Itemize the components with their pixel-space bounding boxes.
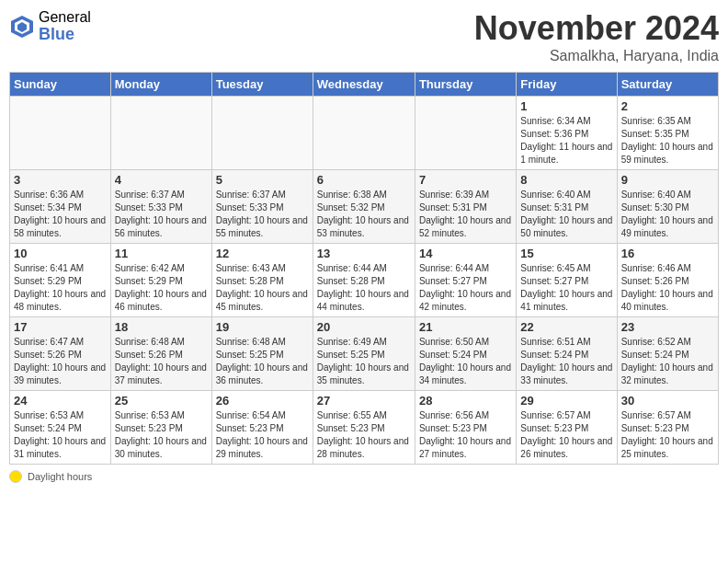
- day-info: Sunrise: 6:44 AM Sunset: 5:27 PM Dayligh…: [419, 262, 512, 314]
- calendar-day-cell: 23Sunrise: 6:52 AM Sunset: 5:24 PM Dayli…: [617, 317, 718, 391]
- calendar-day-cell: 29Sunrise: 6:57 AM Sunset: 5:23 PM Dayli…: [517, 391, 617, 465]
- day-number: 25: [115, 394, 208, 408]
- day-number: 26: [216, 394, 309, 408]
- calendar-day-cell: 27Sunrise: 6:55 AM Sunset: 5:23 PM Dayli…: [313, 391, 415, 465]
- day-info: Sunrise: 6:40 AM Sunset: 5:31 PM Dayligh…: [520, 189, 612, 240]
- legend-sun-icon: [9, 470, 22, 483]
- calendar-day-cell: 1Sunrise: 6:34 AM Sunset: 5:36 PM Daylig…: [517, 97, 617, 170]
- day-info: Sunrise: 6:54 AM Sunset: 5:23 PM Dayligh…: [216, 409, 309, 461]
- month-title: November 2024: [474, 9, 719, 48]
- calendar-day-cell: [211, 97, 313, 170]
- day-info: Sunrise: 6:55 AM Sunset: 5:23 PM Dayligh…: [317, 409, 411, 461]
- title-block: November 2024 Samalkha, Haryana, India: [474, 9, 719, 64]
- day-info: Sunrise: 6:42 AM Sunset: 5:29 PM Dayligh…: [115, 262, 208, 314]
- day-info: Sunrise: 6:37 AM Sunset: 5:33 PM Dayligh…: [216, 189, 309, 240]
- calendar-day-header: Monday: [110, 73, 211, 97]
- day-number: 7: [419, 173, 512, 187]
- calendar-day-cell: 21Sunrise: 6:50 AM Sunset: 5:24 PM Dayli…: [415, 317, 516, 391]
- day-number: 28: [419, 394, 512, 408]
- day-info: Sunrise: 6:38 AM Sunset: 5:32 PM Dayligh…: [317, 189, 411, 240]
- day-number: 11: [115, 247, 208, 260]
- calendar-week-row: 1Sunrise: 6:34 AM Sunset: 5:36 PM Daylig…: [10, 97, 719, 170]
- calendar-day-cell: 12Sunrise: 6:43 AM Sunset: 5:28 PM Dayli…: [211, 244, 313, 317]
- day-info: Sunrise: 6:44 AM Sunset: 5:28 PM Dayligh…: [317, 262, 411, 314]
- calendar-day-cell: 26Sunrise: 6:54 AM Sunset: 5:23 PM Dayli…: [211, 391, 313, 465]
- calendar-day-cell: 11Sunrise: 6:42 AM Sunset: 5:29 PM Dayli…: [110, 244, 211, 317]
- calendar-day-cell: [415, 97, 516, 170]
- calendar-day-cell: 4Sunrise: 6:37 AM Sunset: 5:33 PM Daylig…: [110, 170, 211, 244]
- calendar-day-cell: 6Sunrise: 6:38 AM Sunset: 5:32 PM Daylig…: [313, 170, 415, 244]
- day-info: Sunrise: 6:53 AM Sunset: 5:23 PM Dayligh…: [115, 409, 208, 461]
- day-info: Sunrise: 6:57 AM Sunset: 5:23 PM Dayligh…: [520, 409, 612, 461]
- day-info: Sunrise: 6:35 AM Sunset: 5:35 PM Dayligh…: [621, 115, 714, 167]
- day-info: Sunrise: 6:43 AM Sunset: 5:28 PM Dayligh…: [216, 262, 309, 314]
- location-title: Samalkha, Haryana, India: [474, 48, 719, 64]
- day-info: Sunrise: 6:37 AM Sunset: 5:33 PM Dayligh…: [115, 189, 208, 240]
- day-number: 13: [317, 247, 411, 260]
- day-info: Sunrise: 6:39 AM Sunset: 5:31 PM Dayligh…: [419, 189, 512, 240]
- logo-general: General: [39, 9, 91, 26]
- day-info: Sunrise: 6:52 AM Sunset: 5:24 PM Dayligh…: [621, 336, 714, 387]
- calendar-day-cell: 16Sunrise: 6:46 AM Sunset: 5:26 PM Dayli…: [617, 244, 718, 317]
- legend-label: Daylight hours: [28, 471, 92, 482]
- page-header: General Blue November 2024 Samalkha, Har…: [9, 9, 719, 64]
- day-number: 17: [14, 320, 107, 334]
- day-number: 5: [216, 173, 309, 187]
- logo-icon: [9, 14, 35, 40]
- day-number: 23: [621, 320, 714, 334]
- day-number: 1: [520, 99, 612, 113]
- day-info: Sunrise: 6:49 AM Sunset: 5:25 PM Dayligh…: [317, 336, 411, 387]
- calendar-day-cell: 15Sunrise: 6:45 AM Sunset: 5:27 PM Dayli…: [517, 244, 617, 317]
- calendar-day-header: Saturday: [617, 73, 718, 97]
- calendar-day-cell: 19Sunrise: 6:48 AM Sunset: 5:25 PM Dayli…: [211, 317, 313, 391]
- calendar-day-cell: 8Sunrise: 6:40 AM Sunset: 5:31 PM Daylig…: [517, 170, 617, 244]
- calendar-week-row: 17Sunrise: 6:47 AM Sunset: 5:26 PM Dayli…: [10, 317, 719, 391]
- day-info: Sunrise: 6:50 AM Sunset: 5:24 PM Dayligh…: [419, 336, 512, 387]
- day-number: 22: [520, 320, 612, 334]
- day-number: 2: [621, 99, 714, 113]
- logo-blue: Blue: [39, 26, 91, 44]
- day-number: 8: [520, 173, 612, 187]
- day-number: 24: [14, 394, 107, 408]
- day-info: Sunrise: 6:48 AM Sunset: 5:26 PM Dayligh…: [115, 336, 208, 387]
- calendar-day-header: Friday: [517, 73, 617, 97]
- calendar-day-cell: 18Sunrise: 6:48 AM Sunset: 5:26 PM Dayli…: [110, 317, 211, 391]
- day-info: Sunrise: 6:36 AM Sunset: 5:34 PM Dayligh…: [14, 189, 107, 240]
- calendar-header-row: SundayMondayTuesdayWednesdayThursdayFrid…: [10, 73, 719, 97]
- calendar-day-header: Thursday: [415, 73, 516, 97]
- day-number: 6: [317, 173, 411, 187]
- day-info: Sunrise: 6:51 AM Sunset: 5:24 PM Dayligh…: [520, 336, 612, 387]
- day-info: Sunrise: 6:40 AM Sunset: 5:30 PM Dayligh…: [621, 189, 714, 240]
- calendar-day-cell: 7Sunrise: 6:39 AM Sunset: 5:31 PM Daylig…: [415, 170, 516, 244]
- day-number: 14: [419, 247, 512, 260]
- calendar-day-cell: 13Sunrise: 6:44 AM Sunset: 5:28 PM Dayli…: [313, 244, 415, 317]
- day-number: 30: [621, 394, 714, 408]
- day-number: 3: [14, 173, 107, 187]
- calendar-day-cell: 2Sunrise: 6:35 AM Sunset: 5:35 PM Daylig…: [617, 97, 718, 170]
- calendar-week-row: 24Sunrise: 6:53 AM Sunset: 5:24 PM Dayli…: [10, 391, 719, 465]
- day-number: 20: [317, 320, 411, 334]
- calendar-day-cell: 24Sunrise: 6:53 AM Sunset: 5:24 PM Dayli…: [10, 391, 111, 465]
- day-number: 19: [216, 320, 309, 334]
- calendar-week-row: 3Sunrise: 6:36 AM Sunset: 5:34 PM Daylig…: [10, 170, 719, 244]
- day-info: Sunrise: 6:46 AM Sunset: 5:26 PM Dayligh…: [621, 262, 714, 314]
- logo: General Blue: [9, 9, 91, 43]
- calendar-table: SundayMondayTuesdayWednesdayThursdayFrid…: [9, 72, 719, 465]
- day-info: Sunrise: 6:56 AM Sunset: 5:23 PM Dayligh…: [419, 409, 512, 461]
- day-number: 9: [621, 173, 714, 187]
- calendar-day-header: Tuesday: [211, 73, 313, 97]
- calendar-day-cell: 5Sunrise: 6:37 AM Sunset: 5:33 PM Daylig…: [211, 170, 313, 244]
- day-number: 15: [520, 247, 612, 260]
- day-info: Sunrise: 6:41 AM Sunset: 5:29 PM Dayligh…: [14, 262, 107, 314]
- calendar-day-cell: [313, 97, 415, 170]
- calendar-week-row: 10Sunrise: 6:41 AM Sunset: 5:29 PM Dayli…: [10, 244, 719, 317]
- calendar-day-header: Wednesday: [313, 73, 415, 97]
- calendar-day-cell: 25Sunrise: 6:53 AM Sunset: 5:23 PM Dayli…: [110, 391, 211, 465]
- day-number: 10: [14, 247, 107, 260]
- calendar-day-cell: 17Sunrise: 6:47 AM Sunset: 5:26 PM Dayli…: [10, 317, 111, 391]
- calendar-day-cell: 30Sunrise: 6:57 AM Sunset: 5:23 PM Dayli…: [617, 391, 718, 465]
- legend: Daylight hours: [9, 470, 719, 483]
- calendar-day-cell: 14Sunrise: 6:44 AM Sunset: 5:27 PM Dayli…: [415, 244, 516, 317]
- day-info: Sunrise: 6:57 AM Sunset: 5:23 PM Dayligh…: [621, 409, 714, 461]
- day-number: 27: [317, 394, 411, 408]
